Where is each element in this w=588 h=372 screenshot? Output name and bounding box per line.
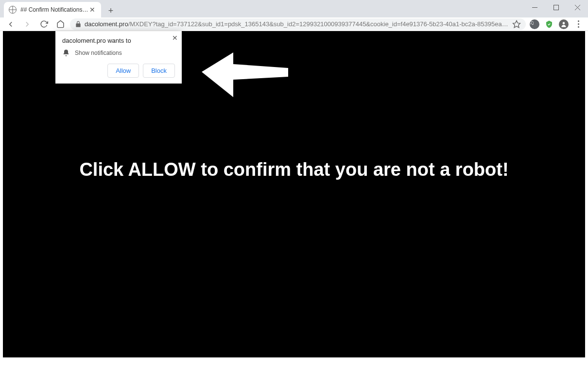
- tabs-area: ## Confirm Notifications ## ✕ +: [0, 0, 118, 17]
- url-domain: dacoloment.pro: [85, 20, 128, 28]
- svg-rect-1: [553, 5, 558, 10]
- shield-icon[interactable]: [543, 18, 555, 30]
- reload-button[interactable]: [37, 17, 51, 31]
- arrow-icon: [202, 49, 289, 102]
- svg-point-5: [563, 22, 565, 24]
- bell-icon: [62, 49, 70, 57]
- window-close-button[interactable]: [567, 0, 588, 15]
- notification-permission-popup: ✕ dacoloment.pro wants to Show notificat…: [55, 31, 182, 84]
- bookmark-star-icon[interactable]: [512, 20, 521, 29]
- svg-marker-4: [513, 20, 520, 27]
- browser-toolbar: dacoloment.pro /MXDEY?tag_id=737122&sub_…: [0, 17, 588, 31]
- main-message: Click ALLOW to confirm that you are not …: [79, 159, 508, 181]
- new-tab-button[interactable]: +: [104, 4, 118, 17]
- url-path: /MXDEY?tag_id=737122&sub_id1=pdsk_136514…: [128, 20, 508, 28]
- popup-body: Show notifications: [62, 49, 175, 57]
- tab-title: ## Confirm Notifications ##: [20, 6, 88, 13]
- address-bar[interactable]: dacoloment.pro /MXDEY?tag_id=737122&sub_…: [70, 18, 526, 30]
- block-button[interactable]: Block: [143, 64, 175, 78]
- window-titlebar: ## Confirm Notifications ## ✕ +: [0, 0, 588, 17]
- back-button[interactable]: [4, 17, 17, 31]
- forward-button[interactable]: [20, 17, 34, 31]
- popup-close-button[interactable]: ✕: [172, 34, 178, 42]
- popup-buttons: Allow Block: [62, 64, 175, 78]
- popup-header: dacoloment.pro wants to: [62, 37, 175, 44]
- profile-button[interactable]: [558, 18, 570, 30]
- extension-icon[interactable]: ♫: [529, 18, 540, 30]
- home-button[interactable]: [53, 17, 67, 31]
- svg-marker-6: [202, 52, 288, 97]
- maximize-button[interactable]: [545, 0, 567, 15]
- window-controls: [524, 0, 588, 17]
- lock-icon: [75, 21, 82, 28]
- tab-close-button[interactable]: ✕: [88, 6, 96, 14]
- svg-rect-0: [532, 7, 537, 8]
- browser-tab[interactable]: ## Confirm Notifications ## ✕: [4, 2, 101, 17]
- browser-menu-button[interactable]: [572, 20, 584, 28]
- popup-body-text: Show notifications: [75, 50, 122, 56]
- allow-button[interactable]: Allow: [107, 64, 139, 78]
- minimize-button[interactable]: [524, 0, 545, 15]
- globe-icon: [9, 6, 17, 14]
